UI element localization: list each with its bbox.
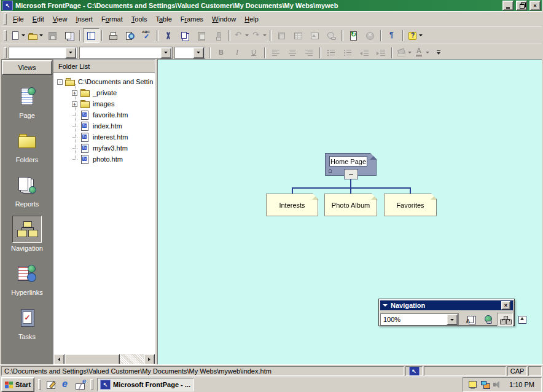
toolbar-grip[interactable] <box>4 30 7 41</box>
minimize-button[interactable] <box>502 1 514 10</box>
expand-toggle[interactable]: + <box>72 90 77 96</box>
view-item-folders[interactable]: Folders <box>1 127 53 163</box>
globe-link-button[interactable] <box>480 313 496 326</box>
spelling-button[interactable] <box>138 28 155 43</box>
tree-item--private[interactable]: +_private <box>53 87 155 98</box>
menu-frames[interactable]: Frames <box>176 13 208 25</box>
scrollbar-track[interactable] <box>120 354 144 364</box>
redo-button[interactable] <box>250 28 268 43</box>
font-dropdown-button[interactable] <box>160 47 171 58</box>
subtree-button[interactable] <box>514 313 530 326</box>
taskbar-grip[interactable] <box>90 379 93 390</box>
tree-item-myfav3-htm[interactable]: myfav3.htm <box>53 143 155 154</box>
horizontal-scrollbar[interactable] <box>53 354 155 364</box>
navigation-toolbar-close-button[interactable]: × <box>501 301 510 310</box>
expand-toggle[interactable]: - <box>57 79 63 85</box>
org-chart-button[interactable] <box>497 313 513 326</box>
close-button[interactable]: × <box>529 1 541 10</box>
view-item-hyperlinks[interactable]: Hyperlinks <box>1 260 53 296</box>
font-size-dropdown-button[interactable] <box>193 47 204 58</box>
nav-node-photo-album[interactable]: Photo Album <box>324 194 377 216</box>
italic-button[interactable] <box>229 45 246 60</box>
new-page-button[interactable] <box>9 28 26 43</box>
tree-item-interest-htm[interactable]: interest.htm <box>53 131 155 143</box>
menu-table[interactable]: Table <box>151 13 176 25</box>
style-dropdown-button[interactable] <box>65 47 76 58</box>
tree-item-photo-htm[interactable]: photo.htm <box>53 154 155 165</box>
restore-button[interactable] <box>516 1 527 10</box>
align-left-button[interactable] <box>268 45 284 60</box>
underline-button[interactable] <box>246 45 262 60</box>
start-button[interactable]: Start <box>1 377 34 392</box>
folder-list-button[interactable] <box>83 28 100 43</box>
tree-item-index-htm[interactable]: index.htm <box>53 120 155 131</box>
network-icon[interactable] <box>480 380 490 390</box>
toolbar-grip[interactable] <box>4 47 7 58</box>
internet-explorer-icon[interactable] <box>60 378 72 391</box>
highlight-button[interactable] <box>395 45 413 60</box>
paste-button[interactable] <box>193 28 210 43</box>
show-all-button[interactable] <box>384 28 400 43</box>
tree-item-c-documents-and-settin[interactable]: -C:\Documents and Settin <box>53 76 155 87</box>
tree-item-images[interactable]: +images <box>53 98 155 109</box>
view-item-tasks[interactable]: Tasks <box>1 304 53 340</box>
volume-icon[interactable] <box>493 380 502 390</box>
zoom-combobox[interactable]: 100% <box>380 313 459 326</box>
print-button[interactable] <box>105 28 122 43</box>
help-button[interactable] <box>406 28 424 43</box>
taskbar-frontpage-button[interactable]: Microsoft FrontPage - ... <box>97 378 194 391</box>
menu-grip[interactable] <box>4 14 7 25</box>
font-size-combobox[interactable] <box>174 47 205 59</box>
decrease-indent-button[interactable] <box>356 45 373 60</box>
zoom-dropdown-button[interactable] <box>447 314 458 325</box>
font-combobox[interactable] <box>79 47 173 59</box>
menu-file[interactable]: File <box>9 13 28 25</box>
format-painter-button[interactable] <box>210 28 227 43</box>
refresh-button[interactable] <box>345 28 362 43</box>
copy-button[interactable] <box>177 28 193 43</box>
insert-component-button[interactable] <box>273 28 290 43</box>
view-item-navigation[interactable]: Navigation <box>1 216 53 252</box>
view-item-reports[interactable]: Reports <box>1 171 53 208</box>
more-buttons-button[interactable] <box>431 45 447 60</box>
menu-tools[interactable]: Tools <box>127 13 152 25</box>
cut-button[interactable] <box>160 28 177 43</box>
numbered-list-button[interactable] <box>323 45 340 60</box>
expand-toggle[interactable]: + <box>72 101 77 107</box>
publish-web-button[interactable] <box>61 28 77 43</box>
nav-node-favorites[interactable]: Favorites <box>384 194 437 216</box>
bold-button[interactable] <box>213 45 229 60</box>
pages-letter-button[interactable] <box>463 313 479 326</box>
preview-browser-button[interactable] <box>122 28 138 43</box>
hyperlink-button[interactable] <box>323 28 340 43</box>
scroll-right-button[interactable] <box>144 354 155 364</box>
insert-picture-button[interactable] <box>307 28 323 43</box>
view-item-page[interactable]: Page <box>1 83 53 119</box>
undo-button[interactable] <box>232 28 250 43</box>
display-icon[interactable] <box>468 380 478 390</box>
outlook-express-icon[interactable] <box>74 378 87 391</box>
collapse-subtree-button[interactable] <box>344 169 358 179</box>
increase-indent-button[interactable] <box>373 45 389 60</box>
menu-edit[interactable]: Edit <box>28 13 49 25</box>
bullet-list-button[interactable] <box>340 45 356 60</box>
menu-view[interactable]: View <box>49 13 72 25</box>
scroll-left-button[interactable] <box>53 354 64 364</box>
open-folder-button[interactable] <box>26 28 44 43</box>
taskbar-grip[interactable] <box>38 379 41 390</box>
menu-format[interactable]: Format <box>97 13 127 25</box>
menu-window[interactable]: Window <box>208 13 240 25</box>
menu-help[interactable]: Help <box>240 13 263 25</box>
align-center-button[interactable] <box>284 45 301 60</box>
scrollbar-thumb[interactable] <box>64 354 120 364</box>
insert-table-button[interactable] <box>290 28 307 43</box>
navigation-toolbar-titlebar[interactable]: Navigation × <box>380 300 513 310</box>
navigation-canvas[interactable]: Home Page ⌂ InterestsPhoto AlbumFavorite… <box>157 59 542 364</box>
stop-button[interactable] <box>362 28 378 43</box>
style-combobox[interactable] <box>9 47 77 59</box>
save-button[interactable] <box>44 28 61 43</box>
navigation-floating-toolbar[interactable]: Navigation × 100% <box>378 299 515 326</box>
menu-insert[interactable]: Insert <box>71 13 97 25</box>
align-right-button[interactable] <box>301 45 318 60</box>
show-desktop-icon[interactable] <box>45 378 57 391</box>
